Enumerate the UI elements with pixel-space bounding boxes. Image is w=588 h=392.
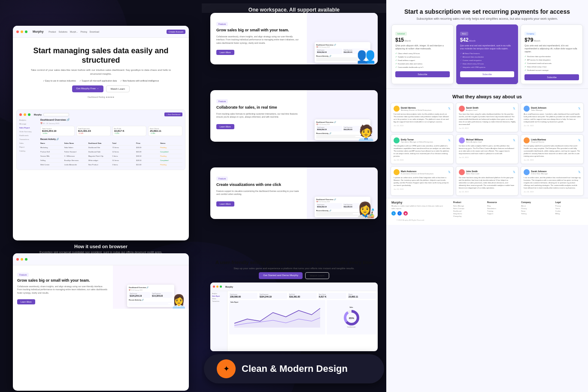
platform-outline-btn[interactable]: Watch Learn [305,272,329,279]
hero-subtitle: Take control of your sales data like nev… [26,68,176,76]
feature-text: Essential sales data and metrics [398,63,422,65]
footer-link[interactable]: Setting [521,213,549,215]
footer-link[interactable]: Sales Manage [453,205,481,207]
platform-primary-btn[interactable]: Get Started and Demo Murphy [259,272,303,279]
feature-btn-3[interactable]: Learn More [216,201,234,207]
mini-stat-item: Total Income $104,254.19 [316,126,342,131]
collaborate-label: Collaborate for sales, in real time [13,374,189,378]
footer-link[interactable]: Dashboard [453,210,481,212]
test-text: I run an online store, and the platform … [524,176,581,189]
test-name: John Smith [466,170,479,173]
footer-link[interactable]: Terms [555,207,583,210]
table-cell: White widget [88,159,111,161]
footer-link[interactable]: Sales Concept [453,207,481,210]
feature-item: ✓ Real-time data synchronization [524,55,579,58]
sidebar-item: Orders [212,298,225,300]
feature-item: ✓ API access for data integration [524,58,579,61]
footer-link[interactable]: Changelog [453,215,481,217]
stat-change: ↑ 3.2% [114,132,145,134]
screen-stat: Net Profit $16,391.83 [288,293,317,299]
footer-link[interactable]: Billing [555,213,583,215]
mini-stat-value: $14,305.03 [152,295,172,297]
get-murphy-btn[interactable]: Get Murphy Free → [72,85,103,92]
test-name: Linda Martinez [531,138,546,141]
footer-link[interactable]: Integrations [453,213,481,215]
plan-badge-company: Company [524,32,536,36]
test-avatar [459,169,465,175]
test-date: Jun 18, 2023 [394,125,451,127]
table-row: Marketing Nala Salem Dashboard Site 75 I… [40,146,182,150]
footer-link[interactable]: Newsletters [487,207,515,210]
twitter-icon: 𝕏 [448,170,451,174]
char-illustration-2: 🧑‍💼 [357,124,376,142]
mini-stat-val: $104,254.19 [317,206,341,208]
watch-learn-btn[interactable]: Watch Learn [106,85,130,92]
footer-brand: Murphy [391,201,447,204]
feature-tag-2: Feature [216,99,228,103]
footer-link[interactable]: News [521,210,549,212]
activity-line [316,136,356,137]
footer-link[interactable]: Training [487,210,515,212]
subscribe-btn-company[interactable]: Subscribe [524,74,579,80]
footer-link[interactable]: Privacy [521,207,549,210]
feature-item: ✓ Essential sales data and metrics [395,62,450,65]
test-text: I operate an online store, and the Data … [394,176,451,187]
svg-text:65%: 65% [349,317,354,319]
mini-dash: Dashboard Overview 🔗 📅 20-24 January 202… [127,285,174,307]
test-avatar [524,106,530,112]
footer-link[interactable]: Blog [487,205,515,207]
test-text: I've been in the sales analytics field f… [459,145,516,155]
table-cell: Selling [40,159,63,161]
stat-change: ↑ 1.8% [150,132,181,134]
check-icon: ✓ [395,66,397,68]
footer-link[interactable]: About [521,205,549,207]
instagram-social-icon[interactable]: ◉ [403,211,408,216]
dash-action-btn[interactable]: + New Dashboard [164,112,182,116]
feature-item: ✓ Customizable dashboards up to 5 [395,65,450,69]
platform-subtitle: Step up your sales game and experience a… [210,267,378,270]
feature-text: Email address support [398,59,415,61]
char-illustration-3: 👩‍🎨 [357,201,376,219]
testimonial-card-4: Emily Turner Operations Manager at Globa… [391,134,454,164]
footer-link[interactable]: Privacy [555,205,583,207]
subscribe-btn-basic[interactable]: Subscribe [460,71,515,77]
feature-btn-1[interactable]: Learn More [216,50,234,55]
test-avatar [524,137,530,143]
test-role: Marketing Director at Global Enterprises [401,109,431,111]
table-row: Web Center Leslie Alexander New Product … [40,163,182,167]
table-cell: 75 Items [112,146,134,149]
twitter-icon: 𝕏 [578,107,581,110]
pricing-card-basic: Basic $42 /Month Quis ante erat sed wisi… [456,24,518,84]
feature-btn-2[interactable]: Learn More [216,124,234,129]
learn-more-btn[interactable]: Learn More [17,299,35,304]
chart-title: Sales Report [230,301,324,303]
activity-line [316,59,358,60]
feature-card-1: Feature Grow sales big or small with you… [210,13,378,64]
status-badge: Completed [160,159,182,161]
feature-text: Class refresh every 24 hours [398,52,420,55]
footer-link[interactable]: Support [487,213,515,215]
nav-dot-green [25,30,27,33]
donut-chart: Sales 65% Total Achieved [327,300,376,334]
sidebar-item: Dashboards [19,134,39,137]
create-account-btn[interactable]: Create Account [167,30,185,34]
test-text: Your team has been using the sales dashb… [459,113,516,126]
test-info: David Johnson Sales Manager [531,106,546,111]
col-header: Name [40,142,63,144]
testimonials-title: What they always say about us [386,91,588,103]
testimonial-card-7: Mark Anderson E-commerce Director at Glo… [391,166,454,196]
test-avatar [524,169,530,175]
twitter-social-icon[interactable]: 𝕏 [391,211,396,216]
dash-date: 📅 20 - 24 January 2023 [40,122,182,125]
table-cell: Marketing [40,146,63,149]
footer-link[interactable]: Cookie [555,210,583,212]
col-header: Status [160,142,182,144]
dash-search[interactable] [43,113,69,116]
facebook-social-icon[interactable]: f [397,211,402,216]
subscribe-btn-individual[interactable]: Subscribe [395,71,450,77]
table-cell: Product Sell [40,151,63,153]
feature-right-1: Dashboard Overview 🔗 📅 20-24 January 202… [307,13,378,64]
test-role: E-commerce Director at Global Enterprise… [401,173,433,175]
test-header: Emily Turner Operations Manager at Globa… [394,137,451,143]
footer-section: Murphy Murphy is a sales report platform… [386,198,588,225]
